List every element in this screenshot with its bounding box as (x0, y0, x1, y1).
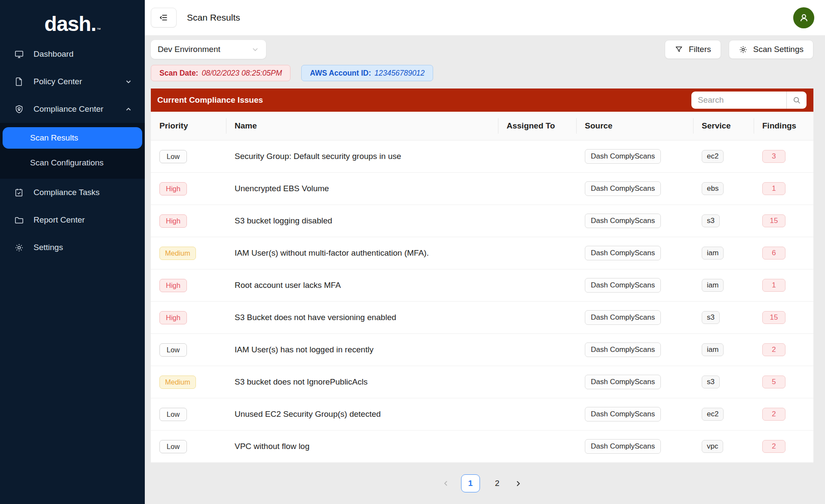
clipboard-check-icon (14, 187, 24, 198)
document-icon (14, 76, 24, 87)
source-badge: Dash ComplyScans (585, 149, 661, 164)
sidebar-item-report-center[interactable]: Report Center (0, 206, 145, 234)
findings-cell: 5 (754, 376, 813, 388)
toolbar-buttons: Filters Scan Settings (665, 40, 813, 59)
source-badge: Dash ComplyScans (585, 342, 661, 357)
environment-select-value: Dev Environment (158, 45, 220, 54)
sidebar-item-label: Scan Results (30, 133, 78, 143)
priority-badge: Medium (159, 376, 196, 389)
filters-button[interactable]: Filters (665, 40, 721, 59)
findings-cell: 6 (754, 247, 813, 260)
sidebar-item-compliance-tasks[interactable]: Compliance Tasks (0, 179, 145, 206)
sidebar-item-dashboard[interactable]: Dashboard (0, 40, 145, 68)
issue-name: IAM User(s) without multi-factor authent… (226, 248, 498, 258)
table-body: Low Security Group: Default security gro… (151, 141, 813, 463)
column-header-findings: Findings (754, 112, 813, 140)
priority-badge: High (159, 214, 187, 228)
user-avatar[interactable] (793, 7, 814, 28)
findings-cell: 2 (754, 440, 813, 453)
sidebar-item-label: Dashboard (34, 49, 73, 59)
findings-cell: 2 (754, 343, 813, 356)
service-badge: iam (702, 343, 724, 356)
source-cell: Dash ComplyScans (576, 342, 693, 357)
sidebar-item-label: Compliance Tasks (34, 188, 100, 197)
service-badge: iam (702, 247, 724, 260)
sidebar-item-label: Scan Configurations (30, 158, 104, 168)
priority-badge: High (159, 182, 187, 195)
source-cell: Dash ComplyScans (576, 149, 693, 164)
chevron-left-icon (443, 480, 449, 487)
page-button-1[interactable]: 1 (461, 474, 480, 492)
table-row[interactable]: High Unencrypted EBS Volume Dash ComplyS… (151, 173, 813, 205)
collapse-sidebar-icon (159, 12, 169, 23)
scan-date-value: 08/02/2023 08:25:05PM (202, 69, 282, 78)
service-badge: s3 (702, 376, 720, 388)
toolbar-row: Dev Environment Filters (151, 40, 813, 59)
environment-select[interactable]: Dev Environment (151, 40, 266, 59)
table-row[interactable]: Low IAM User(s) has not logged in recent… (151, 334, 813, 366)
priority-cell: Low (151, 150, 226, 163)
table-row[interactable]: Low Security Group: Default security gro… (151, 141, 813, 173)
search-input[interactable] (691, 95, 786, 105)
service-badge: vpc (702, 440, 723, 453)
app: dash.™ Dashboard Policy Center (0, 0, 825, 504)
service-cell: s3 (693, 311, 754, 324)
source-cell: Dash ComplyScans (576, 439, 693, 454)
issue-name: IAM User(s) has not logged in recently (226, 345, 498, 354)
findings-count-badge: 15 (762, 214, 785, 227)
service-cell: iam (693, 247, 754, 260)
findings-count-badge: 3 (762, 150, 785, 163)
brand-logo-text: dash. (44, 12, 96, 35)
table-row[interactable]: Medium IAM User(s) without multi-factor … (151, 237, 813, 269)
table-row[interactable]: Medium S3 bucket does not IgnorePublicAc… (151, 366, 813, 398)
sidebar-item-scan-configurations[interactable]: Scan Configurations (0, 152, 145, 174)
service-badge: ebs (702, 182, 724, 195)
priority-badge: Medium (159, 247, 196, 260)
page-button-2[interactable]: 2 (492, 477, 503, 490)
sidebar-item-settings[interactable]: Settings (0, 234, 145, 261)
table-row[interactable]: Low Unused EC2 Security Group(s) detecte… (151, 398, 813, 431)
sidebar-collapse-button[interactable] (151, 8, 177, 27)
sidebar-item-label: Policy Center (34, 77, 82, 86)
column-header-source: Source (576, 112, 693, 140)
scan-settings-button[interactable]: Scan Settings (729, 40, 813, 59)
panel-title: Current Compliance Issues (157, 95, 263, 105)
chevron-down-icon (251, 46, 259, 53)
findings-cell: 15 (754, 214, 813, 227)
service-cell: ebs (693, 182, 754, 195)
priority-badge: Low (159, 408, 187, 421)
scan-settings-button-label: Scan Settings (753, 45, 804, 54)
sidebar-nav: Dashboard Policy Center Compliance Cente… (0, 40, 145, 261)
monitor-icon (14, 49, 24, 59)
source-cell: Dash ComplyScans (576, 214, 693, 228)
table-row[interactable]: High Root account user lacks MFA Dash Co… (151, 269, 813, 302)
sidebar-item-scan-results[interactable]: Scan Results (3, 127, 142, 149)
service-badge: s3 (702, 311, 720, 324)
scan-date-label: Scan Date: (159, 69, 198, 78)
table-row[interactable]: High S3 Bucket does not have versioning … (151, 302, 813, 334)
previous-page-button[interactable] (443, 480, 449, 487)
table-row[interactable]: Low VPC without flow log Dash ComplyScan… (151, 431, 813, 463)
table-row[interactable]: High S3 bucket logging disabled Dash Com… (151, 205, 813, 237)
source-cell: Dash ComplyScans (576, 246, 693, 260)
priority-badge: Low (159, 150, 187, 163)
gear-icon (14, 242, 24, 253)
folder-icon (14, 215, 24, 225)
compliance-issues-panel: Current Compliance Issues Priority Name … (151, 89, 813, 492)
service-cell: iam (693, 343, 754, 356)
aws-account-label: AWS Account ID: (310, 69, 371, 78)
sidebar-item-compliance-center[interactable]: Compliance Center (0, 95, 145, 123)
aws-account-value: 123456789012 (375, 69, 425, 78)
service-cell: ec2 (693, 408, 754, 421)
search-icon[interactable] (787, 92, 807, 109)
priority-cell: Medium (151, 376, 226, 389)
service-badge: iam (702, 279, 724, 292)
next-page-button[interactable] (514, 480, 522, 487)
filter-funnel-icon (675, 45, 683, 54)
search-box (691, 92, 807, 109)
findings-count-badge: 1 (762, 182, 785, 195)
sidebar-item-policy-center[interactable]: Policy Center (0, 68, 145, 95)
priority-cell: High (151, 311, 226, 324)
issue-name: VPC without flow log (226, 442, 498, 451)
source-cell: Dash ComplyScans (576, 375, 693, 389)
